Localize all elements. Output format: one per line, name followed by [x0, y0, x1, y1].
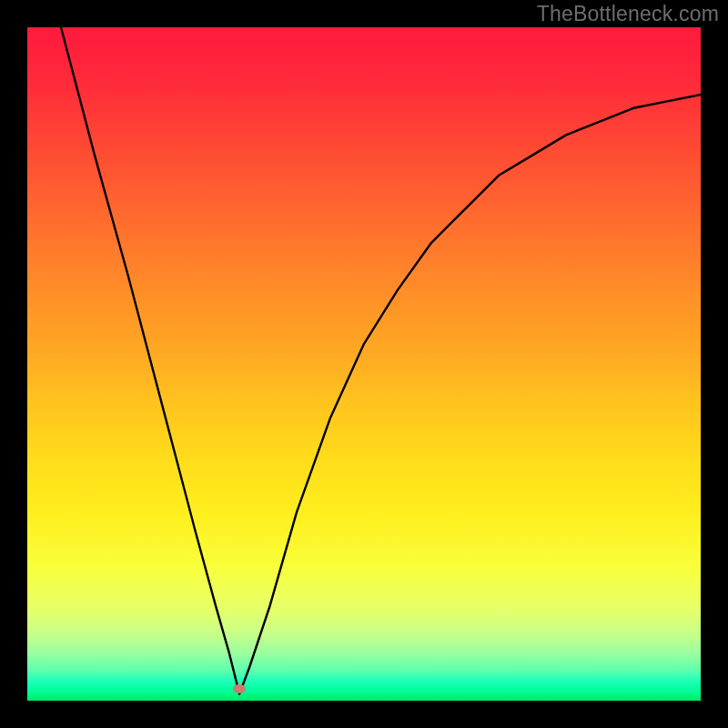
optimal-point-marker — [233, 684, 246, 693]
watermark-text: TheBottleneck.com — [537, 2, 719, 26]
chart-frame: TheBottleneck.com — [0, 0, 728, 728]
bottleneck-curve — [27, 27, 701, 701]
plot-area — [27, 27, 701, 701]
curve-path — [61, 27, 701, 694]
